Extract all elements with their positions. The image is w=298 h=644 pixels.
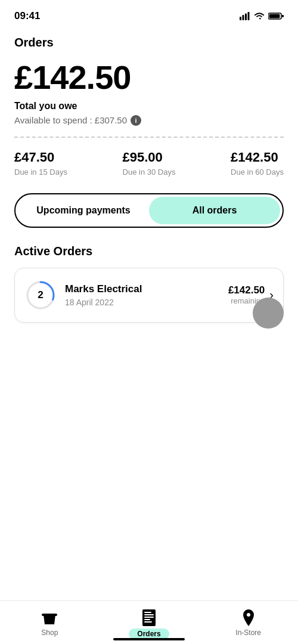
svg-rect-5 bbox=[269, 14, 280, 18]
svg-rect-13 bbox=[144, 617, 154, 618]
due-item-15: £47.50 Due in 15 Days bbox=[14, 150, 67, 177]
progress-circle: 2 bbox=[24, 279, 57, 311]
svg-rect-9 bbox=[42, 614, 57, 616]
svg-rect-3 bbox=[248, 12, 250, 20]
wifi-icon bbox=[254, 12, 265, 20]
nav-label-instore: In-Store bbox=[235, 628, 261, 637]
due-amount-30: £95.00 bbox=[123, 150, 176, 165]
order-card[interactable]: 2 Marks Electrical 18 April 2022 £142.50… bbox=[14, 268, 284, 323]
total-amount: £142.50 bbox=[14, 59, 284, 96]
home-indicator bbox=[113, 638, 185, 640]
floating-circle bbox=[253, 298, 284, 329]
svg-rect-1 bbox=[243, 15, 244, 20]
order-date: 18 April 2022 bbox=[65, 298, 220, 307]
due-item-60: £142.50 Due in 60 Days bbox=[231, 150, 284, 177]
all-orders-tab[interactable]: All orders bbox=[149, 197, 280, 224]
svg-rect-15 bbox=[144, 621, 152, 623]
status-time: 09:41 bbox=[14, 10, 40, 22]
page-title: Orders bbox=[14, 36, 284, 49]
orders-icon bbox=[141, 609, 157, 626]
nav-item-orders[interactable]: Orders bbox=[125, 609, 173, 639]
instore-icon bbox=[240, 609, 257, 626]
status-bar: 09:41 bbox=[0, 0, 298, 29]
order-name: Marks Electrical bbox=[65, 283, 220, 295]
tab-toggle: Upcoming payments All orders bbox=[14, 193, 284, 228]
due-amount-15: £47.50 bbox=[14, 150, 67, 165]
order-info: Marks Electrical 18 April 2022 bbox=[65, 283, 220, 307]
svg-rect-12 bbox=[144, 614, 154, 615]
signal-icon bbox=[240, 12, 250, 20]
orders-area: 2 Marks Electrical 18 April 2022 £142.50… bbox=[14, 268, 284, 323]
svg-point-16 bbox=[247, 613, 250, 617]
due-item-30: £95.00 Due in 30 Days bbox=[123, 150, 176, 177]
nav-item-shop[interactable]: Shop bbox=[26, 609, 73, 637]
info-icon[interactable]: i bbox=[131, 115, 141, 126]
due-amount-60: £142.50 bbox=[231, 150, 284, 165]
due-label-30: Due in 30 Days bbox=[123, 168, 176, 177]
svg-rect-2 bbox=[245, 14, 247, 21]
nav-item-instore[interactable]: In-Store bbox=[225, 609, 272, 637]
shop-icon bbox=[41, 609, 58, 626]
svg-rect-11 bbox=[144, 612, 151, 613]
nav-label-shop: Shop bbox=[41, 628, 58, 637]
due-label-60: Due in 60 Days bbox=[231, 168, 284, 177]
active-orders-title: Active Orders bbox=[14, 244, 284, 258]
due-amounts-row: £47.50 Due in 15 Days £95.00 Due in 30 D… bbox=[14, 150, 284, 177]
upcoming-payments-tab[interactable]: Upcoming payments bbox=[18, 197, 149, 224]
available-spend: Available to spend : £307.50 i bbox=[14, 115, 284, 126]
order-amount: £142.50 bbox=[228, 284, 265, 296]
main-content: Orders £142.50 Total you owe Available t… bbox=[0, 29, 298, 323]
svg-rect-6 bbox=[282, 15, 284, 17]
svg-rect-0 bbox=[240, 17, 241, 20]
status-icons bbox=[240, 12, 284, 20]
divider bbox=[14, 137, 284, 138]
svg-rect-14 bbox=[144, 619, 150, 620]
total-label: Total you owe bbox=[14, 101, 284, 112]
progress-number: 2 bbox=[38, 289, 43, 301]
due-label-15: Due in 15 Days bbox=[14, 168, 67, 177]
battery-icon bbox=[268, 12, 284, 20]
